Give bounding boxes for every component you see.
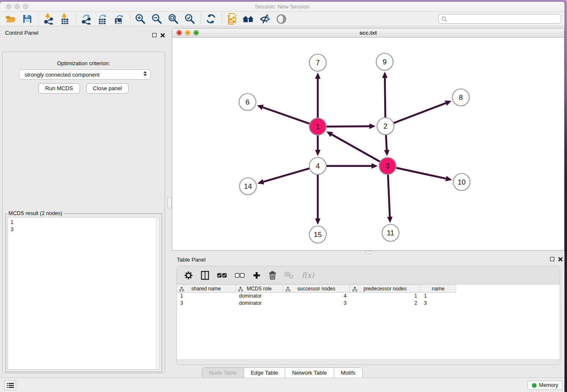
graph-edge-1-6[interactable] [263,108,310,124]
zoom-fit-button[interactable] [167,13,179,25]
mcds-result-box[interactable]: 13 [8,217,160,370]
table-row[interactable]: 1dominator411 [177,293,560,300]
graph-edge-2-8[interactable] [394,103,446,123]
deselect-all-button[interactable] [235,273,245,278]
table-panel-title: Table Panel [177,257,206,263]
criterion-select[interactable]: strongly connected component [19,69,151,80]
network-canvas-svg: 7968124314101511 [172,38,564,251]
table-cell[interactable]: 1 [177,293,236,300]
mcds-result-line: 1 [11,219,159,226]
optimization-label: Optimization criterion: [3,60,165,66]
memory-button[interactable]: Memory [527,381,563,390]
table-panel-float-icon[interactable] [550,257,555,262]
table-cell[interactable]: 3 [283,300,350,307]
mcds-result-line: 3 [11,226,159,233]
graph-edge-2-9[interactable] [385,78,385,118]
show-all-button[interactable] [275,13,288,25]
vertical-splitter-grip[interactable] [168,197,172,208]
save-session-button[interactable] [21,13,33,25]
graph-edge-3-10[interactable] [396,168,446,179]
tab-network-table[interactable]: Network Table [285,368,334,378]
table-settings-button[interactable] [184,271,193,280]
search-box[interactable] [438,14,561,24]
network-canvas[interactable]: 7968124314101511 [172,38,564,251]
graph-node-label: 7 [316,59,319,67]
add-column-button[interactable] [253,271,261,279]
graph-node-label: 15 [314,231,322,239]
column-header-mcds-role[interactable]: MCDS role [236,284,283,293]
graph-node-label: 14 [244,182,252,190]
select-all-button[interactable] [217,273,227,278]
close-panel-button[interactable]: Close panel [86,83,129,94]
task-history-button[interactable] [4,380,16,390]
table-cell[interactable]: dominator [236,300,283,307]
tab-motifs[interactable]: Motifs [334,368,362,378]
table-cell[interactable]: 3 [177,300,236,307]
zoom-in-button[interactable] [134,13,146,25]
graph-node-label: 6 [245,98,249,106]
delete-column-button[interactable] [269,271,276,280]
column-header-shared-name[interactable]: shared name [177,284,236,293]
open-session-button[interactable] [4,13,17,25]
graph-edge-3-11[interactable] [388,174,390,217]
table-panel-tabs: Node TableEdge TableNetwork TableMotifs [202,367,363,378]
horizontal-splitter[interactable] [172,251,564,254]
graph-edge-2-3[interactable] [386,135,387,150]
graph-node-label: 4 [316,162,319,170]
plus-icon [253,271,261,279]
table-panel-close-icon[interactable] [558,257,563,262]
column-header-successor-nodes[interactable]: successor nodes [283,284,350,293]
toolbar-separator [38,14,39,25]
graph-node-label: 10 [458,178,466,186]
graph-node-label: 1 [316,123,319,131]
table-cell[interactable]: dominator [236,293,283,300]
graph-node-label: 8 [459,94,462,102]
toolbar-separator [130,14,130,25]
graph-edge-1-2[interactable] [326,126,369,127]
network-file-title: scc.txt [172,30,564,36]
import-table-icon [59,14,70,25]
zoom-selected-button[interactable] [183,13,196,25]
hide-selected-button[interactable] [259,13,271,25]
graph-node-label: 3 [385,162,389,170]
refresh-button[interactable] [204,13,217,25]
column-header-predecessor-nodes[interactable]: predecessor nodes [350,284,421,293]
main-toolbar [0,12,564,26]
run-mcds-button[interactable]: Run MCDS [39,83,80,94]
attribute-tree-icon [352,287,357,292]
show-columns-button[interactable] [201,271,209,280]
import-table-button[interactable] [58,13,71,25]
table-cell[interactable]: 4 [283,293,350,300]
result-scrollbar[interactable] [156,218,159,369]
control-panel-title: Control Panel [5,30,39,36]
search-input[interactable] [447,15,561,23]
search-icon [441,16,447,22]
graph-edge-3-1[interactable] [332,135,380,162]
table-cell[interactable]: 3 [421,300,456,307]
export-image-button[interactable] [113,13,125,25]
delete-table-button[interactable] [284,271,294,279]
function-builder-button[interactable]: f(x) [302,271,314,279]
tab-edge-table[interactable]: Edge Table [244,368,285,378]
horizontal-splitter-grip[interactable] [365,251,371,254]
zoom-out-button[interactable] [150,13,163,25]
export-image-icon [113,14,124,25]
column-header-name[interactable]: name [421,284,456,293]
table-cell[interactable]: 1 [350,293,421,300]
home-button[interactable] [242,13,255,25]
control-panel-float-icon[interactable] [152,33,157,38]
clone-network-button[interactable] [226,13,238,25]
checked-boxes-icon [217,273,227,278]
tab-node-table[interactable]: Node Table [202,368,244,378]
table-row[interactable]: 3dominator323 [177,300,560,307]
table-cell[interactable]: 1 [421,293,456,300]
export-network-button[interactable] [80,13,92,25]
attribute-tree-icon [238,287,243,292]
zoom-fit-icon [168,14,179,24]
control-panel-close-icon[interactable] [160,33,165,38]
table-cell[interactable]: 2 [350,300,421,307]
import-network-icon [43,14,54,25]
graph-edge-4-14[interactable] [264,168,310,182]
import-network-button[interactable] [42,13,55,25]
export-table-button[interactable] [96,13,109,25]
